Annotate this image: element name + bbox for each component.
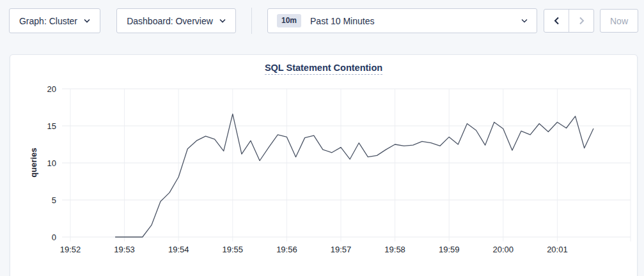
chevron-down-icon: [219, 19, 226, 23]
time-range-picker[interactable]: 10m Past 10 Minutes: [267, 8, 537, 33]
time-range-label: Past 10 Minutes: [310, 16, 374, 26]
dashboard-dropdown-label: Dashboard: Overview: [127, 16, 213, 26]
chart-title-wrap: SQL Statement Contention: [10, 62, 638, 75]
y-axis-label: queries: [29, 125, 38, 201]
chevron-left-icon: [554, 17, 560, 25]
next-time-button[interactable]: [569, 10, 593, 32]
chevron-down-icon: [84, 19, 90, 23]
chevron-right-icon: [579, 17, 585, 25]
dashboard-dropdown[interactable]: Dashboard: Overview: [116, 8, 236, 33]
time-range-badge: 10m: [277, 14, 301, 27]
graph-dropdown[interactable]: Graph: Cluster: [9, 8, 100, 33]
toolbar-divider: [251, 8, 252, 34]
chart-panel: [10, 54, 638, 276]
graph-dropdown-label: Graph: Cluster: [19, 16, 77, 26]
now-button[interactable]: Now: [600, 9, 638, 33]
now-button-label: Now: [610, 16, 628, 26]
chevron-down-icon: [521, 19, 528, 23]
prev-time-button[interactable]: [544, 10, 569, 32]
chart-title[interactable]: SQL Statement Contention: [265, 63, 382, 75]
time-pager: [544, 9, 594, 33]
metrics-page: Graph: Cluster Dashboard: Overview 10m P…: [0, 0, 644, 276]
